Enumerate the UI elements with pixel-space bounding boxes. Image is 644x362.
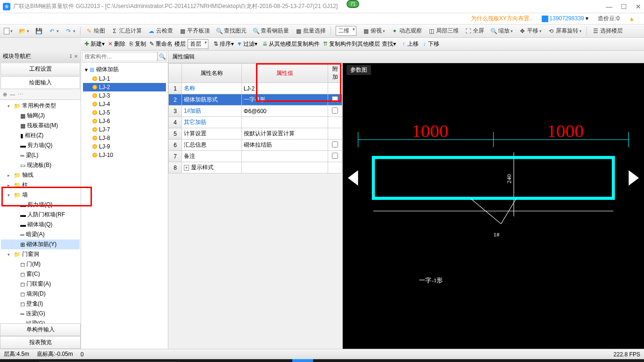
taskbar-app-1[interactable]: 📁 bbox=[206, 359, 226, 362]
attach-checkbox[interactable] bbox=[332, 153, 338, 159]
draw-button[interactable]: ✎绘图 bbox=[83, 26, 107, 36]
sort-button[interactable]: ⇅排序▾ bbox=[212, 40, 234, 48]
floor-align-button[interactable]: ▦平齐板顶 bbox=[177, 26, 212, 36]
nav-item[interactable]: ▦轴网(J) bbox=[1, 111, 80, 121]
component-item[interactable]: LJ-1 bbox=[83, 74, 166, 83]
copy-button[interactable]: ⎘复制 bbox=[127, 40, 146, 48]
nav-item[interactable]: ⊞砌体加筋(Y) bbox=[1, 239, 80, 249]
nav-item[interactable]: ▾📁墙 bbox=[1, 190, 80, 200]
nav-item[interactable]: ▾📁门窗洞 bbox=[1, 249, 80, 259]
tab-project-settings[interactable]: 工程设置 bbox=[0, 63, 80, 75]
component-item[interactable]: LJ-3 bbox=[83, 91, 166, 100]
nav-tree[interactable]: ▾📁常用构件类型▦轴网(J)▦筏板基础(M)▮框柱(Z)▬剪力墙(Q)═梁(L)… bbox=[0, 100, 81, 323]
component-item[interactable]: LJ-7 bbox=[83, 125, 166, 134]
select-floor-button[interactable]: ☰选择楼层 bbox=[590, 26, 625, 36]
tree-icon-1[interactable]: ⊕ bbox=[3, 91, 7, 98]
bell-icon[interactable]: ▲ bbox=[629, 16, 635, 22]
nav-item[interactable]: ▦筏板基础(M) bbox=[1, 121, 80, 131]
nav-item[interactable]: ▾📁常用构件类型 bbox=[1, 101, 80, 111]
nav-item[interactable]: ▸📁柱 bbox=[1, 180, 80, 190]
nav-item[interactable]: ═连梁(G) bbox=[1, 309, 80, 319]
taskbar-app-2[interactable]: ✿ bbox=[227, 359, 248, 362]
nav-item[interactable]: ▬人防门框墙(RF bbox=[1, 210, 80, 220]
parameter-viewer[interactable]: 参数图 1000 1000 240 1# bbox=[343, 63, 644, 349]
tab-single-input[interactable]: 单构件输入 bbox=[0, 323, 81, 336]
pan-button[interactable]: ✥平移▾ bbox=[517, 26, 544, 36]
nav-item[interactable]: ▬砌体墙(Q) bbox=[1, 220, 80, 230]
nav-item[interactable]: ▬剪力墙(Q) bbox=[1, 140, 80, 150]
cloud-check-button[interactable]: ☁云检查 bbox=[146, 26, 175, 36]
maximize-button[interactable]: ☐ bbox=[621, 3, 627, 10]
copy-to-floor-button[interactable]: ⇈复制构件到其他楼层 bbox=[322, 40, 380, 48]
attach-checkbox[interactable] bbox=[332, 141, 338, 148]
user-dropdown-icon[interactable]: ▾ bbox=[586, 15, 588, 22]
attach-checkbox[interactable] bbox=[332, 96, 338, 102]
sum-button[interactable]: Σ汇总计算 bbox=[109, 26, 144, 36]
nav-item[interactable]: ═过梁(G) bbox=[1, 319, 80, 323]
nav-item[interactable]: ═暗梁(A) bbox=[1, 230, 80, 239]
nav-item[interactable]: ▮框柱(Z) bbox=[1, 131, 80, 140]
search-icon[interactable]: 🔍 bbox=[157, 52, 167, 61]
tab-draw-input[interactable]: 绘图输入 bbox=[0, 76, 80, 89]
component-tree[interactable]: ▾ ⊞ 砌体加筋LJ-1LJ-2LJ-3LJ-4LJ-5LJ-6LJ-7LJ-8… bbox=[81, 63, 168, 349]
top-view-button[interactable]: ▦俯视▾ bbox=[360, 26, 387, 36]
taskbar-app-4[interactable]: ◐ bbox=[271, 359, 291, 362]
tab-report-preview[interactable]: 报表预览 bbox=[0, 336, 81, 349]
save-button[interactable]: 💾 bbox=[33, 26, 44, 36]
move-down-button[interactable]: ↓下移 bbox=[421, 40, 439, 48]
tree-icon-3[interactable]: ⋯ bbox=[18, 91, 23, 98]
nav-item[interactable]: ◻门联窗(A) bbox=[1, 279, 80, 289]
component-item[interactable]: LJ-5 bbox=[83, 108, 166, 117]
component-root[interactable]: ▾ ⊞ 砌体加筋 bbox=[83, 65, 166, 74]
dynamic-view-button[interactable]: ✦动态观察 bbox=[389, 26, 424, 36]
property-table[interactable]: 属性名称 属性值 附加 1名称LJ-22砌体加筋形式一字-1形31#加筋Φ6@6… bbox=[168, 63, 342, 173]
minimize-button[interactable]: — bbox=[606, 3, 612, 10]
taskbar-app-5[interactable]: ⊕ bbox=[292, 359, 313, 362]
rename-button[interactable]: ✎重命名 bbox=[148, 40, 173, 48]
search-input[interactable] bbox=[82, 52, 157, 61]
pin-close-icons[interactable]: ↧ ✕ bbox=[69, 54, 78, 59]
view-steel-button[interactable]: 🔍查看钢筋量 bbox=[250, 26, 291, 36]
property-row[interactable]: 5计算设置按默认计算设置计算 bbox=[169, 128, 342, 140]
component-item[interactable]: LJ-2 bbox=[83, 83, 166, 91]
nav-item[interactable]: ◻窗(C) bbox=[1, 269, 80, 279]
delete-button[interactable]: ✕删除 bbox=[107, 40, 125, 48]
component-item[interactable]: LJ-6 bbox=[83, 117, 166, 125]
nav-item[interactable]: ═梁(L) bbox=[1, 150, 80, 160]
2d-mode-select[interactable]: 二维 bbox=[334, 25, 358, 37]
undo-button[interactable]: ↶▾ bbox=[46, 26, 61, 36]
close-button[interactable]: ✕ bbox=[636, 3, 641, 10]
property-row[interactable]: 7备注 bbox=[169, 151, 342, 162]
batch-select-button[interactable]: ▦批量选择 bbox=[293, 26, 328, 36]
tree-icon-2[interactable]: — bbox=[10, 91, 15, 98]
nav-item[interactable]: ▭现浇板(B) bbox=[1, 160, 80, 170]
open-file-button[interactable]: 📂▾ bbox=[17, 26, 31, 36]
local-3d-button[interactable]: ◫局部三维 bbox=[426, 26, 461, 36]
find-element-button[interactable]: 🔍查找图元 bbox=[214, 26, 248, 36]
taskbar-app-3[interactable]: ⓔ bbox=[249, 359, 270, 362]
property-row[interactable]: 2砌体加筋形式一字-1形 bbox=[169, 94, 342, 106]
redo-button[interactable]: ↷▾ bbox=[63, 26, 77, 36]
taskbar-app-6[interactable]: ▦ bbox=[314, 359, 335, 362]
task-view-icon[interactable]: ⧉ bbox=[184, 359, 205, 362]
rotate-button[interactable]: ⟲屏幕旋转▾ bbox=[545, 26, 584, 36]
component-item[interactable]: LJ-4 bbox=[83, 100, 166, 108]
fullscreen-button[interactable]: ⛶全屏 bbox=[462, 26, 486, 36]
start-button[interactable]: ⊞ bbox=[0, 359, 22, 362]
property-row[interactable]: 1名称LJ-2 bbox=[169, 83, 342, 94]
nav-item[interactable]: ◻门(M) bbox=[1, 259, 80, 269]
property-row[interactable]: 31#加筋Φ6@600 bbox=[169, 106, 342, 117]
zoom-button[interactable]: 🔍缩放▾ bbox=[488, 26, 515, 36]
notice-link[interactable]: 为什么筏板XY方向布置.. bbox=[471, 15, 533, 23]
copy-from-floor-button[interactable]: ⇊从其他楼层复制构件 bbox=[261, 40, 320, 48]
nav-item[interactable]: ▸📁轴线 bbox=[1, 170, 80, 180]
filter-button[interactable]: ▼过滤▾ bbox=[236, 40, 257, 48]
nav-item[interactable]: ▬剪力墙(Q) bbox=[1, 200, 80, 210]
new-file-button[interactable]: ▾ bbox=[2, 27, 15, 35]
property-row[interactable]: 8+ 显示样式 bbox=[169, 162, 342, 173]
move-up-button[interactable]: ↑上移 bbox=[400, 40, 419, 48]
new-component-button[interactable]: ✚新建▾ bbox=[83, 40, 105, 48]
attach-checkbox[interactable] bbox=[332, 107, 338, 114]
component-item[interactable]: LJ-9 bbox=[83, 142, 166, 151]
user-block[interactable]: 13907298339 ▾ bbox=[542, 15, 588, 22]
